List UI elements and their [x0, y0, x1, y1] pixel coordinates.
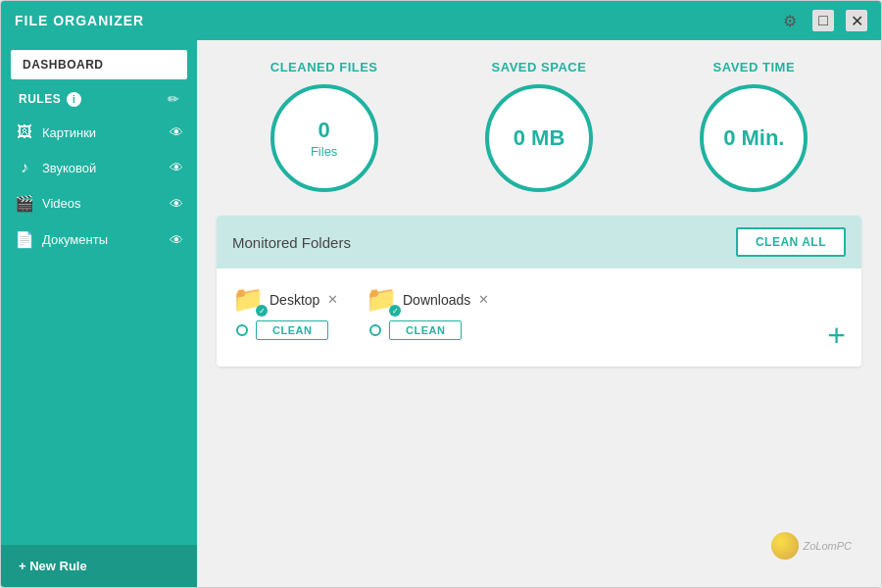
downloads-folder-icon-wrapper: 📁 ✓: [366, 284, 397, 315]
stat-saved-space: SAVED SPACE 0 MB: [485, 60, 593, 192]
video-icon: 🎬: [15, 194, 34, 213]
saved-space-circle: 0 MB: [485, 84, 593, 192]
folder-item-desktop: 📁 ✓ Desktop ✕ CLEAN: [232, 284, 350, 340]
cleaned-files-circle: 0 Files: [270, 84, 378, 192]
title-bar: FILE ORGANIZER ⚙ □ ✕: [1, 1, 881, 40]
sidebar-rules-label: RULES i: [19, 92, 81, 107]
new-rule-button[interactable]: + New Rule: [1, 545, 197, 587]
cleaned-files-unit: Files: [311, 144, 337, 159]
bottom-area: ZoLomPC: [217, 367, 861, 567]
folder-radio-desktop[interactable]: [236, 324, 248, 336]
sidebar-label-videos: Videos: [42, 196, 81, 211]
watermark: ZoLomPC: [771, 532, 852, 560]
watermark-ball: [771, 532, 799, 560]
image-icon: 🖼: [15, 123, 34, 141]
sidebar: DASHBOARD RULES i ✏ 🖼 Картинки 👁 ♪ Звук: [1, 40, 197, 587]
stat-saved-time: SAVED TIME 0 Min.: [700, 60, 808, 192]
sidebar-rules-row: RULES i ✏: [1, 83, 197, 115]
saved-time-value: 0 Min.: [723, 125, 784, 151]
sidebar-label-картинки: Картинки: [42, 125, 96, 140]
desktop-folder-icon-wrapper: 📁 ✓: [232, 284, 264, 315]
sidebar-label-звуковой: Звуковой: [42, 161, 96, 175]
clean-all-button[interactable]: CLEAN ALL: [736, 227, 846, 257]
folder-remove-downloads[interactable]: ✕: [478, 292, 489, 307]
close-icon[interactable]: ✕: [846, 10, 867, 31]
folder-check-downloads: ✓: [389, 305, 401, 317]
monitored-body: 📁 ✓ Desktop ✕ CLEAN: [217, 269, 861, 367]
watermark-text: ZoLomPC: [803, 540, 852, 552]
main-layout: DASHBOARD RULES i ✏ 🖼 Картинки 👁 ♪ Звук: [1, 40, 881, 587]
monitored-header: Monitored Folders CLEAN ALL: [217, 216, 861, 269]
sidebar-item-videos[interactable]: 🎬 Videos 👁: [1, 185, 197, 221]
eye-icon-videos[interactable]: 👁: [170, 196, 183, 212]
folder-name-downloads: Downloads: [403, 292, 470, 308]
minimize-icon[interactable]: □: [812, 10, 834, 31]
eye-icon-документы[interactable]: 👁: [170, 232, 183, 248]
saved-time-circle: 0 Min.: [700, 84, 808, 192]
audio-icon: ♪: [15, 159, 34, 176]
stat-cleaned-files: CLEANED FILES 0 Files: [270, 60, 378, 192]
new-rule-label: + New Rule: [19, 559, 87, 573]
content-area: CLEANED FILES 0 Files SAVED SPACE 0 MB S…: [197, 40, 881, 587]
folder-radio-downloads[interactable]: [369, 324, 381, 336]
saved-time-label: SAVED TIME: [713, 60, 796, 74]
folder-item-downloads: 📁 ✓ Downloads ✕ CLEAN: [366, 284, 489, 340]
doc-icon: 📄: [15, 230, 34, 249]
cleaned-files-value: 0: [318, 118, 330, 143]
sidebar-item-dashboard[interactable]: DASHBOARD: [11, 50, 187, 79]
rules-info-icon[interactable]: i: [67, 92, 81, 107]
folder-name-desktop: Desktop: [270, 292, 319, 308]
cleaned-files-label: CLEANED FILES: [270, 60, 378, 74]
sidebar-spacer: [1, 258, 197, 545]
folder-check-desktop: ✓: [256, 305, 268, 317]
settings-icon[interactable]: ⚙: [779, 10, 801, 31]
folder-remove-desktop[interactable]: ✕: [327, 292, 338, 307]
folder-clean-button-desktop[interactable]: CLEAN: [256, 320, 328, 340]
saved-space-value: 0 MB: [514, 125, 565, 151]
rules-label: RULES: [19, 92, 61, 106]
saved-space-label: SAVED SPACE: [492, 60, 587, 74]
window-controls: ⚙ □ ✕: [779, 10, 867, 31]
rules-edit-icon[interactable]: ✏: [168, 91, 179, 107]
eye-icon-картинки[interactable]: 👁: [170, 124, 183, 140]
app-title: FILE ORGANIZER: [15, 13, 144, 28]
monitored-folders-section: Monitored Folders CLEAN ALL 📁 ✓ Desktop …: [217, 216, 861, 367]
stats-row: CLEANED FILES 0 Files SAVED SPACE 0 MB S…: [217, 60, 861, 192]
sidebar-item-картинки[interactable]: 🖼 Картинки 👁: [1, 115, 197, 150]
sidebar-label-документы: Документы: [42, 232, 108, 247]
folder-clean-button-downloads[interactable]: CLEAN: [389, 320, 462, 340]
add-folder-button[interactable]: +: [827, 319, 846, 351]
sidebar-item-документы[interactable]: 📄 Документы 👁: [1, 221, 197, 258]
sidebar-item-звуковой[interactable]: ♪ Звуковой 👁: [1, 150, 197, 185]
monitored-title: Monitored Folders: [232, 234, 351, 251]
app-window: FILE ORGANIZER ⚙ □ ✕ DASHBOARD RULES i ✏…: [0, 0, 882, 588]
eye-icon-звуковой[interactable]: 👁: [170, 160, 183, 175]
